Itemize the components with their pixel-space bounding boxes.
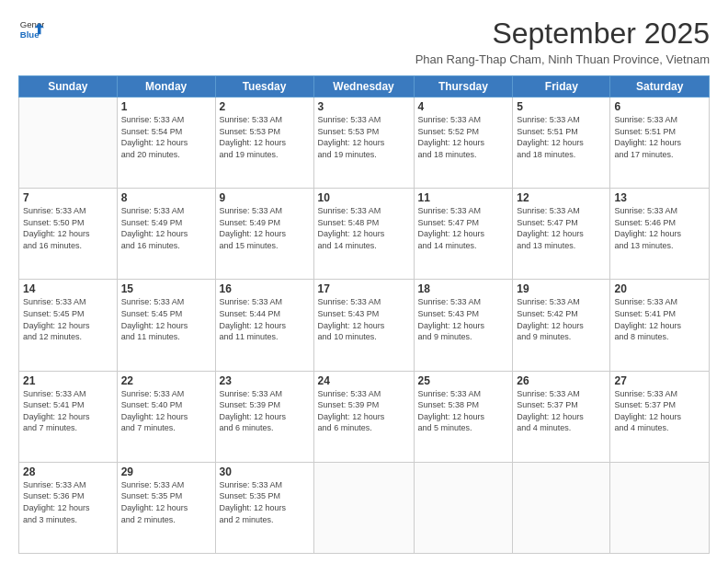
- cell-info: Sunrise: 5:33 AM Sunset: 5:49 PM Dayligh…: [220, 205, 310, 251]
- day-number: 14: [23, 282, 113, 295]
- day-number: 11: [418, 191, 509, 204]
- calendar-cell: 6Sunrise: 5:33 AM Sunset: 5:51 PM Daylig…: [610, 98, 710, 189]
- cell-info: Sunrise: 5:33 AM Sunset: 5:40 PM Dayligh…: [121, 388, 211, 434]
- cell-info: Sunrise: 5:33 AM Sunset: 5:37 PM Dayligh…: [614, 388, 705, 434]
- calendar-cell: 9Sunrise: 5:33 AM Sunset: 5:49 PM Daylig…: [215, 189, 313, 280]
- logo-icon: General Blue: [18, 17, 44, 42]
- cell-info: Sunrise: 5:33 AM Sunset: 5:50 PM Dayligh…: [23, 205, 113, 251]
- day-number: 30: [220, 465, 310, 478]
- cell-info: Sunrise: 5:33 AM Sunset: 5:45 PM Dayligh…: [121, 296, 211, 342]
- calendar-cell: [19, 98, 118, 189]
- day-number: 13: [614, 191, 705, 204]
- day-number: 25: [418, 374, 509, 387]
- calendar-cell: 5Sunrise: 5:33 AM Sunset: 5:51 PM Daylig…: [513, 98, 610, 189]
- calendar-cell: 25Sunrise: 5:33 AM Sunset: 5:38 PM Dayli…: [414, 371, 513, 462]
- cell-info: Sunrise: 5:33 AM Sunset: 5:43 PM Dayligh…: [418, 296, 509, 342]
- day-number: 16: [220, 282, 310, 295]
- cell-info: Sunrise: 5:33 AM Sunset: 5:53 PM Dayligh…: [220, 114, 310, 160]
- calendar-cell: 19Sunrise: 5:33 AM Sunset: 5:42 PM Dayli…: [513, 280, 610, 371]
- cell-info: Sunrise: 5:33 AM Sunset: 5:46 PM Dayligh…: [614, 205, 705, 251]
- day-number: 8: [121, 191, 211, 204]
- day-number: 19: [517, 282, 606, 295]
- cell-info: Sunrise: 5:33 AM Sunset: 5:52 PM Dayligh…: [418, 114, 509, 160]
- cell-info: Sunrise: 5:33 AM Sunset: 5:38 PM Dayligh…: [418, 388, 509, 434]
- day-number: 12: [517, 191, 606, 204]
- cell-info: Sunrise: 5:33 AM Sunset: 5:37 PM Dayligh…: [517, 388, 606, 434]
- cell-info: Sunrise: 5:33 AM Sunset: 5:35 PM Dayligh…: [121, 479, 211, 525]
- day-header-wednesday: Wednesday: [313, 76, 414, 98]
- day-number: 5: [517, 100, 606, 113]
- cell-info: Sunrise: 5:33 AM Sunset: 5:47 PM Dayligh…: [418, 205, 509, 251]
- calendar-cell: 8Sunrise: 5:33 AM Sunset: 5:49 PM Daylig…: [117, 189, 215, 280]
- cell-info: Sunrise: 5:33 AM Sunset: 5:36 PM Dayligh…: [23, 479, 113, 525]
- day-number: 29: [121, 465, 211, 478]
- calendar-cell: 4Sunrise: 5:33 AM Sunset: 5:52 PM Daylig…: [414, 98, 513, 189]
- cell-info: Sunrise: 5:33 AM Sunset: 5:41 PM Dayligh…: [23, 388, 113, 434]
- calendar-cell: 7Sunrise: 5:33 AM Sunset: 5:50 PM Daylig…: [19, 189, 118, 280]
- calendar-cell: 26Sunrise: 5:33 AM Sunset: 5:37 PM Dayli…: [513, 371, 610, 462]
- calendar-cell: [513, 462, 610, 553]
- cell-info: Sunrise: 5:33 AM Sunset: 5:47 PM Dayligh…: [517, 205, 606, 251]
- cell-info: Sunrise: 5:33 AM Sunset: 5:39 PM Dayligh…: [318, 388, 410, 434]
- cell-info: Sunrise: 5:33 AM Sunset: 5:48 PM Dayligh…: [318, 205, 410, 251]
- day-number: 18: [418, 282, 509, 295]
- day-number: 7: [23, 191, 113, 204]
- calendar-cell: 12Sunrise: 5:33 AM Sunset: 5:47 PM Dayli…: [513, 189, 610, 280]
- cell-info: Sunrise: 5:33 AM Sunset: 5:39 PM Dayligh…: [220, 388, 310, 434]
- day-number: 15: [121, 282, 211, 295]
- day-number: 28: [23, 465, 113, 478]
- calendar-cell: 18Sunrise: 5:33 AM Sunset: 5:43 PM Dayli…: [414, 280, 513, 371]
- calendar-cell: [414, 462, 513, 553]
- day-number: 3: [318, 100, 410, 113]
- calendar-cell: 3Sunrise: 5:33 AM Sunset: 5:53 PM Daylig…: [313, 98, 414, 189]
- day-header-sunday: Sunday: [19, 76, 118, 98]
- calendar-cell: 30Sunrise: 5:33 AM Sunset: 5:35 PM Dayli…: [215, 462, 313, 553]
- calendar-cell: 16Sunrise: 5:33 AM Sunset: 5:44 PM Dayli…: [215, 280, 313, 371]
- location-subtitle: Phan Rang-Thap Cham, Ninh Thuan Province…: [415, 52, 710, 66]
- calendar-table: SundayMondayTuesdayWednesdayThursdayFrid…: [18, 75, 710, 554]
- calendar-cell: 15Sunrise: 5:33 AM Sunset: 5:45 PM Dayli…: [117, 280, 215, 371]
- calendar-cell: 27Sunrise: 5:33 AM Sunset: 5:37 PM Dayli…: [610, 371, 710, 462]
- calendar-cell: 1Sunrise: 5:33 AM Sunset: 5:54 PM Daylig…: [117, 98, 215, 189]
- day-number: 23: [220, 374, 310, 387]
- calendar-cell: [610, 462, 710, 553]
- cell-info: Sunrise: 5:33 AM Sunset: 5:51 PM Dayligh…: [517, 114, 606, 160]
- month-title: September 2025: [415, 17, 710, 51]
- day-header-saturday: Saturday: [610, 76, 710, 98]
- calendar-cell: 28Sunrise: 5:33 AM Sunset: 5:36 PM Dayli…: [19, 462, 118, 553]
- header: General Blue September 2025 Phan Rang-Th…: [18, 17, 710, 66]
- cell-info: Sunrise: 5:33 AM Sunset: 5:53 PM Dayligh…: [318, 114, 410, 160]
- calendar-cell: [313, 462, 414, 553]
- calendar-cell: 2Sunrise: 5:33 AM Sunset: 5:53 PM Daylig…: [215, 98, 313, 189]
- cell-info: Sunrise: 5:33 AM Sunset: 5:35 PM Dayligh…: [220, 479, 310, 525]
- cell-info: Sunrise: 5:33 AM Sunset: 5:51 PM Dayligh…: [614, 114, 705, 160]
- day-number: 22: [121, 374, 211, 387]
- day-header-friday: Friday: [513, 76, 610, 98]
- calendar-cell: 13Sunrise: 5:33 AM Sunset: 5:46 PM Dayli…: [610, 189, 710, 280]
- day-number: 1: [121, 100, 211, 113]
- day-number: 24: [318, 374, 410, 387]
- day-number: 9: [220, 191, 310, 204]
- day-number: 20: [614, 282, 705, 295]
- calendar-cell: 24Sunrise: 5:33 AM Sunset: 5:39 PM Dayli…: [313, 371, 414, 462]
- cell-info: Sunrise: 5:33 AM Sunset: 5:49 PM Dayligh…: [121, 205, 211, 251]
- day-number: 21: [23, 374, 113, 387]
- calendar-cell: 14Sunrise: 5:33 AM Sunset: 5:45 PM Dayli…: [19, 280, 118, 371]
- cell-info: Sunrise: 5:33 AM Sunset: 5:54 PM Dayligh…: [121, 114, 211, 160]
- calendar-cell: 11Sunrise: 5:33 AM Sunset: 5:47 PM Dayli…: [414, 189, 513, 280]
- svg-text:Blue: Blue: [20, 29, 40, 40]
- cell-info: Sunrise: 5:33 AM Sunset: 5:45 PM Dayligh…: [23, 296, 113, 342]
- day-number: 6: [614, 100, 705, 113]
- cell-info: Sunrise: 5:33 AM Sunset: 5:44 PM Dayligh…: [220, 296, 310, 342]
- calendar-cell: 10Sunrise: 5:33 AM Sunset: 5:48 PM Dayli…: [313, 189, 414, 280]
- day-header-thursday: Thursday: [414, 76, 513, 98]
- day-number: 2: [220, 100, 310, 113]
- day-header-tuesday: Tuesday: [215, 76, 313, 98]
- cell-info: Sunrise: 5:33 AM Sunset: 5:42 PM Dayligh…: [517, 296, 606, 342]
- calendar-cell: 20Sunrise: 5:33 AM Sunset: 5:41 PM Dayli…: [610, 280, 710, 371]
- calendar-cell: 23Sunrise: 5:33 AM Sunset: 5:39 PM Dayli…: [215, 371, 313, 462]
- cell-info: Sunrise: 5:33 AM Sunset: 5:43 PM Dayligh…: [318, 296, 410, 342]
- calendar-cell: 21Sunrise: 5:33 AM Sunset: 5:41 PM Dayli…: [19, 371, 118, 462]
- day-number: 10: [318, 191, 410, 204]
- day-number: 26: [517, 374, 606, 387]
